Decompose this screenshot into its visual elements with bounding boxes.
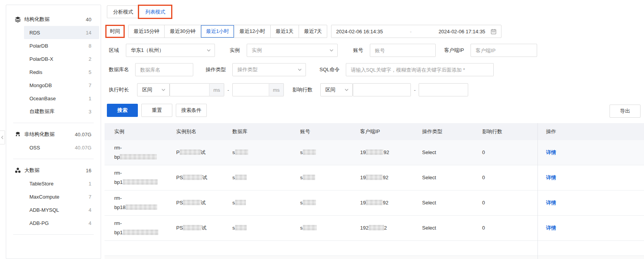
client-ip-input[interactable]	[471, 44, 537, 57]
layers-icon	[15, 16, 21, 22]
filter-row-1: 区域 华东1（杭州） 实例 实例 账号 客户端IP	[105, 44, 537, 57]
rows-affected-range-value: 区间	[325, 86, 335, 93]
redacted-text	[303, 225, 317, 230]
duration-max-input[interactable]	[232, 83, 269, 96]
action-cell: 详情	[538, 198, 644, 208]
sidebar-collapse-button[interactable]	[0, 130, 5, 144]
search-conditions-button[interactable]: 搜索条件	[176, 104, 207, 117]
item-label: TableStore	[29, 181, 89, 187]
sidebar-group-structured-data[interactable]: 结构化数据 40	[6, 13, 101, 26]
range-start-datetime[interactable]: 2024-02-06 16:14:35	[336, 29, 383, 34]
sidebar-item-tablestore[interactable]: TableStore 1	[24, 177, 99, 190]
rows-affected-max-input[interactable]	[419, 83, 468, 96]
table-header: 实例 实例别名 数据库 账号 客户端IP 操作类型 影响行数 操作	[105, 123, 644, 140]
sidebar-item-redis[interactable]: Redis 5	[24, 65, 99, 79]
preset-last-1hour[interactable]: 最近1小时	[201, 25, 234, 38]
table-row: rm- bp1 PS试 s s 1922 Select 0 详情	[105, 216, 644, 241]
instance-prefix2: bp18	[114, 204, 125, 210]
account-prefix: s	[300, 175, 303, 180]
search-button[interactable]: 搜索	[107, 104, 138, 117]
sidebar-group-bigdata[interactable]: 大数据 16	[6, 164, 101, 177]
date-range-picker[interactable]: 2024-02-06 16:14:35 - 2024-02-06 17:14:3…	[331, 25, 501, 38]
account-input[interactable]	[370, 44, 436, 57]
ip-suffix: 92	[383, 175, 388, 180]
redacted-text	[303, 175, 315, 180]
table-row: rm- bp18 PS试 s s 1992 Select 0 详情	[105, 190, 644, 216]
chevron-down-icon	[207, 48, 211, 52]
ip-prefix: 19	[360, 200, 366, 206]
duration-min-input[interactable]	[170, 83, 209, 96]
op-type-cell: Select	[422, 148, 482, 157]
sidebar-item-polardb[interactable]: PolarDB 8	[24, 39, 99, 52]
account-prefix: s	[300, 200, 303, 206]
database-name-label: 数据库名	[109, 66, 129, 73]
col-instance-alias: 实例别名	[176, 127, 232, 136]
sidebar-item-oss[interactable]: OSS 40.07G	[24, 141, 99, 154]
group-count: 40.07G	[75, 132, 91, 137]
database-name-input[interactable]	[135, 63, 193, 76]
sql-command-input[interactable]	[346, 63, 494, 76]
preset-last-1day[interactable]: 最近1天	[270, 25, 299, 38]
export-button[interactable]: 导出	[610, 105, 641, 118]
table-gap	[105, 241, 644, 256]
op-type-select[interactable]: 操作类型	[232, 63, 306, 76]
sidebar-item-mongodb[interactable]: MongoDB 7	[24, 79, 99, 92]
calendar-icon[interactable]	[491, 29, 496, 34]
sidebar-divider	[13, 234, 94, 235]
detail-link[interactable]: 详情	[546, 175, 556, 180]
sidebar-item-maxcompute[interactable]: MaxCompute 7	[24, 190, 99, 203]
item-count: 14	[86, 30, 91, 36]
client-ip-cell: 1992	[360, 198, 422, 208]
range-end-datetime[interactable]: 2024-02-06 17:14:35	[438, 29, 485, 34]
tab-analysis-mode[interactable]: 分析模式	[107, 6, 139, 18]
item-count: 7	[89, 82, 91, 88]
col-rows-affected: 影响行数	[482, 127, 538, 136]
instance-select[interactable]: 实例	[247, 44, 338, 57]
sidebar-group-unstructured-data[interactable]: 非结构化数据 40.07G	[6, 128, 101, 141]
item-count: 4	[89, 207, 91, 213]
sidebar-item-self-built-db[interactable]: 自建数据库 3	[24, 105, 99, 118]
table-row: rm- bp1 PS试 s s 1992 Select 0 详情	[105, 165, 644, 190]
sidebar-item-adb-pg[interactable]: ADB-PG 4	[24, 216, 99, 230]
sidebar-item-adb-mysql[interactable]: ADB-MYSQL 4	[24, 203, 99, 216]
redacted-text	[303, 200, 316, 205]
time-label: 时间	[105, 25, 125, 38]
region-select[interactable]: 华东1（杭州）	[126, 44, 215, 57]
database-cell: s	[232, 198, 300, 208]
sidebar-item-polardb-x[interactable]: PolarDB-X 2	[24, 52, 99, 65]
item-label: PolarDB	[29, 43, 89, 49]
account-cell: s	[300, 198, 360, 208]
database-cell: s	[232, 223, 300, 233]
instance-cell: rm- bp1	[114, 219, 176, 237]
tab-list-mode[interactable]: 列表模式	[139, 6, 171, 18]
sidebar-item-rds[interactable]: RDS 14	[24, 26, 99, 39]
detail-link[interactable]: 详情	[546, 200, 556, 206]
item-label: MaxCompute	[29, 194, 89, 200]
alias-cell: PS试	[176, 173, 232, 182]
preset-last-12hour[interactable]: 最近12小时	[234, 25, 270, 38]
redacted-text	[235, 225, 247, 230]
instance-prefix: rm-	[114, 220, 122, 226]
sql-command-label: SQL命令	[319, 66, 340, 73]
db-prefix: s	[232, 200, 235, 206]
reset-button[interactable]: 重置	[141, 104, 172, 117]
ip-suffix: 92	[383, 149, 389, 155]
bigdata-icon	[15, 167, 21, 173]
instance-label: 实例	[230, 47, 240, 54]
chevron-left-icon	[1, 136, 4, 139]
preset-last-15min[interactable]: 最近15分钟	[129, 25, 164, 38]
detail-link[interactable]: 详情	[546, 149, 556, 155]
item-count: 1	[89, 181, 91, 187]
alias-cell: P试	[176, 148, 232, 157]
client-ip-cell: 1922	[360, 223, 422, 233]
rows-affected-range-select[interactable]: 区间	[320, 83, 353, 96]
sidebar-item-oceanbase[interactable]: OceanBase 1	[24, 92, 99, 105]
preset-last-7day[interactable]: 最近7天	[299, 25, 327, 38]
detail-link[interactable]: 详情	[546, 225, 556, 231]
duration-range-select[interactable]: 区间	[137, 83, 170, 96]
action-cell: 详情	[538, 223, 644, 233]
preset-last-30min[interactable]: 最近30分钟	[164, 25, 200, 38]
item-count: 3	[89, 109, 91, 115]
rows-affected-min-input[interactable]	[353, 83, 411, 96]
range-separator: -	[383, 29, 439, 34]
